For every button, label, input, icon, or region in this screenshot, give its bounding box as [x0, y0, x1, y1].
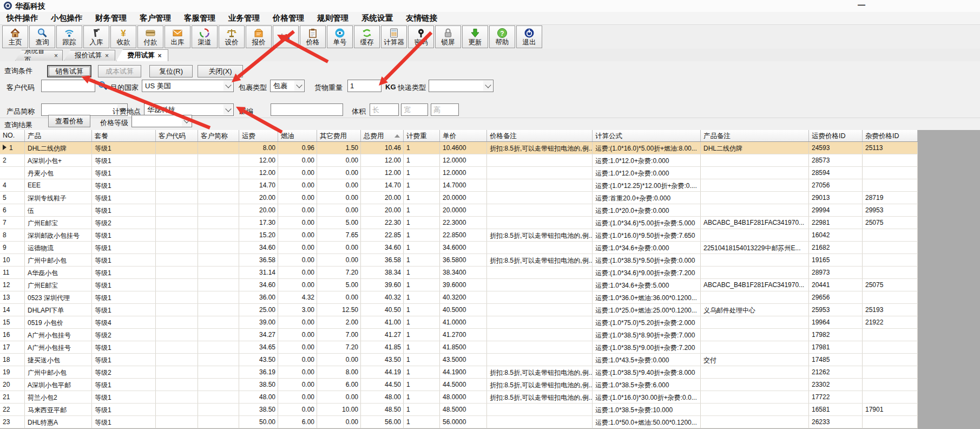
customer-code-input[interactable]: [41, 80, 95, 92]
toolbar-button-跟踪[interactable]: 跟踪: [56, 25, 82, 48]
query-button-成本试算[interactable]: 成本试算: [98, 65, 141, 77]
menu-item-3[interactable]: 财务管理: [89, 13, 133, 23]
volume-height-input[interactable]: [431, 103, 459, 116]
menu-item-4[interactable]: 客户管理: [133, 13, 177, 23]
table-row-7[interactable]: 7广州E邮宝等级217.300.005.0022.30122.3000运费:(1…: [0, 217, 918, 229]
query-button-关闭(X)[interactable]: 关闭(X): [198, 65, 243, 77]
table-row-18[interactable]: 18捷买送小包等级143.500.000.0043.50143.5000运费:1…: [0, 354, 918, 366]
table-row-9[interactable]: 9运德物流等级134.600.000.0034.60134.6000运费:1.0…: [0, 242, 918, 254]
tab-系统首页[interactable]: 系统首页×: [15, 50, 63, 61]
column-header-客户简称[interactable]: 客户简称: [198, 130, 239, 141]
postcode-input[interactable]: [271, 103, 343, 116]
toolbar-button-渠道[interactable]: 渠道: [192, 25, 218, 48]
query-button-复位(R)[interactable]: 复位(R): [149, 65, 193, 77]
toolbar-button-报价[interactable]: 报价: [246, 25, 272, 48]
toolbar-button-更新[interactable]: 更新: [462, 25, 488, 48]
column-header-总费用[interactable]: 总费用: [361, 130, 404, 141]
toolbar-button-密码[interactable]: 密码: [408, 25, 434, 48]
column-header-NO.[interactable]: NO.: [0, 130, 25, 141]
table-row-20[interactable]: 20A深圳小包平邮等级138.500.006.0044.50144.5000折扣…: [0, 379, 918, 391]
column-header-其它费用[interactable]: 其它费用: [317, 130, 361, 141]
express-type-combo[interactable]: [429, 80, 494, 92]
weight-input[interactable]: [347, 80, 382, 92]
toolbar-button-出库[interactable]: 出库: [165, 25, 190, 48]
table-row-11[interactable]: 11A华磊小包等级131.140.007.2038.34138.3400运费:(…: [0, 266, 918, 279]
chevron-down-icon[interactable]: [294, 81, 304, 91]
table-row-13[interactable]: 130523 深圳代理等级136.004.320.0040.32140.3200…: [0, 291, 918, 304]
table-row-15[interactable]: 150519 小包价等级439.000.002.0041.00141.0000运…: [0, 316, 918, 329]
menu-item-9[interactable]: 系统设置: [355, 13, 399, 23]
minimize-button[interactable]: —: [855, 1, 868, 10]
tab-close-icon[interactable]: ×: [157, 52, 161, 60]
table-row-10[interactable]: 10广州中邮小包等级136.580.000.0036.58136.5800折扣:…: [0, 254, 918, 266]
billing-place-combo[interactable]: 华磊科技: [144, 103, 234, 116]
volume-length-input[interactable]: [370, 103, 399, 116]
table-row-19[interactable]: 19广州中邮小包等级236.190.008.0044.19144.1900折扣:…: [0, 366, 918, 379]
toolbar-button-价格[interactable]: 价格: [300, 25, 326, 48]
table-row-23[interactable]: 23DHL特惠A等级150.006.000.0056.00156.0000运费:…: [0, 416, 918, 428]
column-header-运费价格ID[interactable]: 运费价格ID: [809, 130, 863, 141]
column-header-燃油[interactable]: 燃油: [278, 130, 317, 141]
menu-item-6[interactable]: 业务管理: [222, 13, 266, 23]
parcel-type-combo[interactable]: 包裹: [270, 80, 305, 92]
toolbar-button-退出[interactable]: 退出: [516, 25, 542, 48]
menu-item-7[interactable]: 价格管理: [266, 13, 311, 23]
toolbar-button-covered[interactable]: [273, 25, 299, 48]
column-header-计算公式[interactable]: 计算公式: [593, 130, 701, 141]
toolbar-button-设价[interactable]: 设价: [219, 25, 245, 48]
table-row-12[interactable]: 12广州E邮宝等级134.600.005.0039.60139.6000运费:1…: [0, 279, 918, 291]
toolbar-button-入库[interactable]: 入库: [83, 25, 109, 48]
table-row-16[interactable]: 16A广州小包挂号等级234.270.007.0041.27141.2700运费…: [0, 329, 918, 341]
menu-item-2[interactable]: 小包操作: [44, 13, 89, 23]
toolbar-button-付款[interactable]: 付款: [137, 25, 163, 48]
column-header-套餐[interactable]: 套餐: [92, 130, 156, 141]
volume-width-input[interactable]: [401, 103, 428, 116]
column-header-运费[interactable]: 运费: [239, 130, 278, 141]
toolbar-button-收款[interactable]: ¥收款: [110, 25, 136, 48]
view-price-button[interactable]: 查看价格: [48, 115, 90, 127]
table-row-5[interactable]: 5深圳专线鞋子等级120.000.000.0020.00120.0000运费:首…: [0, 192, 918, 204]
column-header-产品备注[interactable]: 产品备注: [701, 130, 809, 141]
column-header-价格备注[interactable]: 价格备注: [487, 130, 593, 141]
chevron-down-icon[interactable]: [223, 81, 233, 91]
table-row-4[interactable]: 4EEE等级114.700.000.0014.70114.7000运费:(1.0…: [0, 179, 918, 192]
tab-close-icon[interactable]: ×: [105, 52, 109, 60]
table-row-2[interactable]: 2A深圳小包+等级112.000.000.0012.00112.0000运费:1…: [0, 154, 918, 167]
toolbar-button-缓存[interactable]: 缓存: [354, 25, 380, 48]
cell: [487, 154, 593, 166]
tab-费用试算[interactable]: 费用试算×: [116, 49, 168, 61]
chevron-down-icon[interactable]: [182, 116, 191, 126]
column-header-计费重[interactable]: 计费重: [404, 130, 440, 141]
column-header-客户代码[interactable]: 客户代码: [156, 130, 198, 141]
table-row-1[interactable]: 1DHL二线仿牌等级18.000.961.5010.46110.4600折扣:8…: [0, 142, 918, 154]
column-header-单价[interactable]: 单价: [440, 130, 487, 141]
chevron-down-icon[interactable]: [223, 105, 233, 115]
tab-报价试算[interactable]: 报价试算×: [64, 50, 115, 61]
menu-item-10[interactable]: 友情链接: [399, 13, 444, 23]
menu-item-8[interactable]: 规则管理: [311, 13, 355, 23]
table-row-8[interactable]: 8深圳邮政小包挂号等级115.200.007.6522.85122.8500折扣…: [0, 229, 918, 242]
toolbar-button-锁屏[interactable]: 锁屏: [435, 25, 461, 48]
tab-close-icon[interactable]: ×: [54, 52, 58, 60]
column-header-杂费价格ID[interactable]: 杂费价格ID: [863, 130, 918, 141]
price-level-combo[interactable]: [131, 115, 192, 127]
customer-lookup-icon[interactable]: [97, 80, 108, 91]
menu-item-1[interactable]: 快件操作: [0, 13, 44, 23]
toolbar-button-单号[interactable]: 单号: [327, 25, 353, 48]
table-row-14[interactable]: 14DHLAPI下单等级125.003.0012.5040.50140.5000…: [0, 304, 918, 316]
column-header-产品[interactable]: 产品: [25, 130, 92, 141]
dest-country-combo[interactable]: US 美国: [142, 80, 234, 92]
table-row-22[interactable]: 22马来西亚平邮等级138.500.0010.0048.50148.5000运费…: [0, 404, 918, 416]
toolbar-button-查询[interactable]: 查询: [29, 25, 55, 48]
menu-item-5[interactable]: 客服管理: [177, 13, 222, 23]
query-button-销售试算[interactable]: 销售试算: [47, 65, 91, 77]
cell: [701, 416, 809, 428]
table-row-6[interactable]: 6伍等级120.000.000.0020.00120.0000运费:1.0*20…: [0, 204, 918, 217]
chevron-down-icon[interactable]: [483, 81, 492, 91]
toolbar-button-帮助[interactable]: ?帮助: [489, 25, 515, 48]
table-row-17[interactable]: 17A广州小包挂号等级134.650.007.2041.85141.8500运费…: [0, 341, 918, 354]
toolbar-button-计算器[interactable]: 计算器: [381, 25, 407, 48]
toolbar-button-主页[interactable]: 主页: [2, 25, 28, 48]
table-row-3[interactable]: 丹麦小包等级112.000.000.0012.00112.0000运费:1.0*…: [0, 167, 918, 179]
table-row-21[interactable]: 21荷兰小包2等级148.000.000.0048.00148.0000折扣:8…: [0, 391, 918, 404]
